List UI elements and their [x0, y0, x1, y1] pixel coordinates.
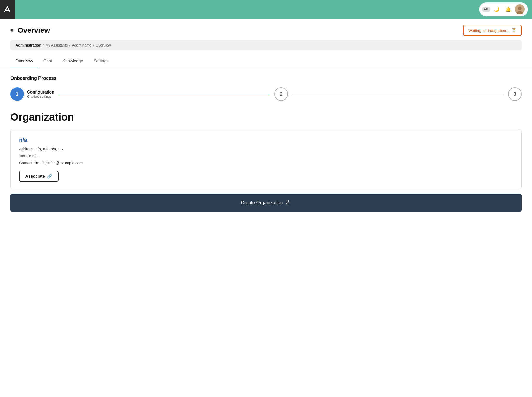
avatar[interactable] — [515, 4, 525, 14]
org-address: Address: n/a, n/a, n/a, FR — [19, 147, 513, 151]
tab-knowledge[interactable]: Knowledge — [57, 56, 88, 67]
organization-card: n/a Address: n/a, n/a, n/a, FR Tax ID: n… — [10, 129, 522, 189]
breadcrumb-my-assistants[interactable]: My Assistants — [46, 43, 68, 47]
waiting-btn-label: Waiting for integration... — [468, 28, 509, 33]
org-address-label: Address: — [19, 147, 34, 151]
organization-title: Organization — [10, 111, 522, 123]
topbar-action-group: AB 🌙 🔔 — [479, 2, 528, 16]
ab-badge: AB — [482, 7, 490, 12]
topbar: AB 🌙 🔔 — [0, 0, 532, 19]
breadcrumb-sep-2: / — [69, 43, 70, 47]
org-tax-id-value: n/a — [32, 154, 38, 158]
onboarding-title: Onboarding Process — [10, 76, 522, 81]
org-contact-email: Contact Email: jsmith@example.com — [19, 161, 513, 165]
add-user-icon — [286, 199, 291, 206]
org-tax-id-label: Tax ID: — [19, 154, 31, 158]
step-1-circle: 1 — [10, 87, 24, 101]
breadcrumb-sep-3: / — [93, 43, 94, 47]
tab-chat[interactable]: Chat — [38, 56, 57, 67]
tab-settings[interactable]: Settings — [88, 56, 114, 67]
waiting-integration-button[interactable]: Waiting for integration... ⏳ — [463, 25, 522, 36]
step-2-circle: 2 — [274, 87, 288, 101]
org-address-value: n/a, n/a, n/a, FR — [35, 147, 63, 151]
step-1-name: Configuration — [27, 90, 54, 95]
tab-overview[interactable]: Overview — [10, 56, 38, 67]
breadcrumb-agent-name[interactable]: Agent name — [72, 43, 92, 47]
org-contact-value: jsmith@example.com — [46, 161, 83, 165]
logo[interactable] — [0, 0, 15, 19]
svg-point-3 — [287, 200, 288, 202]
hourglass-icon: ⏳ — [511, 28, 516, 33]
svg-point-1 — [518, 7, 521, 10]
create-org-label: Create Organization — [241, 200, 283, 206]
step-3-circle: 3 — [508, 87, 522, 101]
org-name: n/a — [19, 137, 513, 143]
link-icon: 🔗 — [47, 174, 52, 179]
breadcrumb-admin[interactable]: Administration — [16, 43, 41, 47]
breadcrumb-overview: Overview — [96, 43, 111, 47]
step-line-1 — [59, 94, 270, 94]
page-header: ≡ Overview Waiting for integration... ⏳ — [0, 19, 532, 40]
org-contact-label: Contact Email: — [19, 161, 44, 165]
content-area: Onboarding Process 1 Configuration Chatb… — [0, 67, 532, 220]
notification-button[interactable]: 🔔 — [503, 5, 513, 14]
associate-button[interactable]: Associate 🔗 — [19, 171, 59, 182]
tabs-bar: Overview Chat Knowledge Settings — [0, 50, 532, 67]
breadcrumb-sep-1: / — [43, 43, 44, 47]
breadcrumb: Administration / My Assistants / Agent n… — [10, 40, 522, 50]
step-line-2 — [292, 94, 504, 94]
create-organization-button[interactable]: Create Organization — [10, 194, 522, 212]
associate-btn-label: Associate — [25, 174, 45, 179]
page-header-left: ≡ Overview — [10, 26, 50, 35]
onboarding-steps: 1 Configuration Chatbot settings 2 3 — [10, 87, 522, 101]
step-1-sub: Chatbot settings — [27, 95, 54, 98]
step-1-info: Configuration Chatbot settings — [27, 90, 54, 98]
org-tax-id: Tax ID: n/a — [19, 154, 513, 158]
dark-mode-button[interactable]: 🌙 — [492, 5, 501, 14]
page-title: Overview — [18, 26, 50, 35]
main-container: ≡ Overview Waiting for integration... ⏳ … — [0, 19, 532, 397]
menu-icon[interactable]: ≡ — [10, 28, 14, 34]
